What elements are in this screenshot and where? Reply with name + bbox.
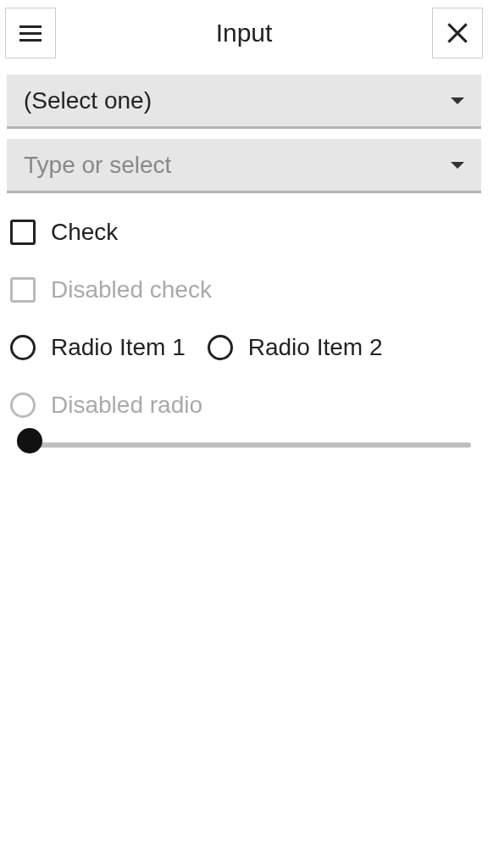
chevron-down-icon (451, 162, 464, 169)
radio-item-2[interactable]: Radio Item 2 (208, 334, 383, 361)
select-value: (Select one) (24, 87, 152, 114)
combobox-input[interactable]: Type or select (7, 139, 481, 193)
close-button[interactable] (432, 8, 483, 58)
slider[interactable] (7, 434, 481, 448)
checkbox-label: Check (51, 219, 118, 246)
radio-label: Radio Item 1 (51, 334, 186, 361)
radio-label: Radio Item 2 (248, 334, 383, 361)
radio-icon (10, 392, 36, 418)
menu-button[interactable] (5, 8, 56, 58)
page-title: Input (216, 19, 273, 47)
app-header: Input (0, 0, 488, 66)
radio-label: Disabled radio (51, 392, 202, 419)
checkbox-icon (10, 277, 36, 303)
close-icon (446, 22, 469, 44)
content-area: (Select one) Type or select Check Disabl… (0, 66, 488, 448)
checkbox-label: Disabled check (51, 276, 212, 303)
slider-thumb[interactable] (17, 428, 42, 453)
menu-icon (19, 25, 42, 42)
chevron-down-icon (451, 97, 464, 104)
select-dropdown[interactable]: (Select one) (7, 75, 481, 129)
radio-icon (208, 335, 233, 360)
checkbox-check[interactable]: Check (7, 203, 481, 261)
radio-item-1[interactable]: Radio Item 1 (10, 334, 186, 361)
slider-track (17, 442, 471, 448)
checkbox-icon (10, 220, 36, 245)
radio-group: Radio Item 1 Radio Item 2 (7, 319, 481, 376)
radio-icon (10, 335, 36, 360)
combobox-placeholder: Type or select (24, 152, 171, 179)
radio-disabled: Disabled radio (7, 376, 481, 434)
checkbox-disabled: Disabled check (7, 261, 481, 319)
